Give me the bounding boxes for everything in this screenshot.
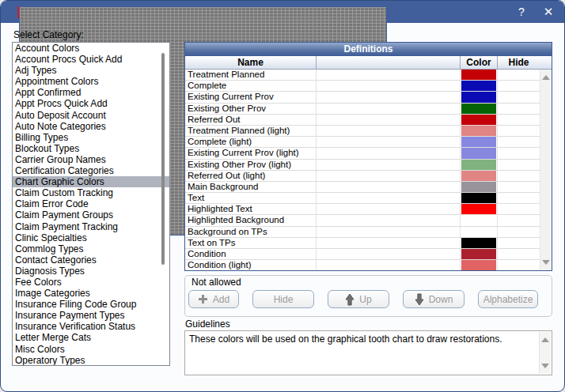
definitions-window: Definitions ? ✕ Select Category: Account…	[0, 0, 565, 392]
color-swatch[interactable]	[461, 81, 498, 91]
definition-row[interactable]: Existing Other Prov	[185, 104, 540, 115]
add-button[interactable]: Add	[188, 290, 239, 308]
guidelines-scrollbar[interactable]	[539, 332, 551, 374]
definition-row[interactable]: Background on TPs	[185, 227, 540, 238]
down-button[interactable]: Down	[403, 290, 465, 308]
category-item[interactable]: Contact Categories	[13, 254, 169, 266]
color-swatch[interactable]	[461, 148, 498, 158]
definition-row[interactable]: Treatment Planned (light)	[185, 126, 540, 137]
category-item[interactable]: Claim Custom Tracking	[13, 187, 169, 198]
category-item[interactable]: Appt Confirmed	[13, 87, 169, 98]
category-item[interactable]: Diagnosis Types	[13, 266, 169, 277]
category-item[interactable]: Appointment Colors	[13, 76, 169, 87]
hide-cell	[498, 238, 540, 248]
close-button[interactable]: ✕	[536, 1, 561, 23]
color-swatch[interactable]	[461, 126, 498, 136]
color-swatch[interactable]	[461, 193, 498, 203]
definition-value-cell	[317, 115, 461, 125]
category-item[interactable]: Blockout Types	[13, 143, 169, 154]
color-swatch[interactable]	[461, 182, 498, 192]
category-item[interactable]: Carrier Group Names	[13, 154, 169, 165]
category-item[interactable]: Claim Payment Tracking	[13, 221, 169, 232]
category-item[interactable]: Insurance Verification Status	[13, 321, 169, 332]
column-header-name: Name	[185, 56, 317, 69]
category-item[interactable]: Claim Error Code	[13, 198, 169, 209]
color-swatch[interactable]	[461, 137, 498, 147]
definition-row[interactable]: Existing Current Prov (light)	[185, 148, 540, 159]
definition-row[interactable]: Highlighted Text	[185, 204, 540, 215]
definition-row[interactable]: Complete (light)	[185, 137, 540, 148]
hide-button[interactable]: Hide	[252, 290, 314, 308]
definition-row[interactable]: Existing Other Prov (light)	[185, 160, 540, 171]
grid-scrollbar[interactable]	[540, 70, 552, 270]
category-listbox[interactable]: Account ColorsAccount Procs Quick AddAdj…	[12, 42, 170, 366]
category-item[interactable]: Commlog Types	[13, 243, 169, 254]
scroll-down-icon[interactable]	[542, 260, 550, 265]
color-swatch[interactable]	[461, 160, 498, 170]
category-item[interactable]: Insurance Payment Types	[13, 310, 169, 321]
definition-row[interactable]: Treatment Planned	[185, 70, 540, 81]
color-swatch[interactable]	[461, 115, 498, 125]
button-label: Up	[359, 294, 371, 305]
definition-row[interactable]: Text	[185, 193, 540, 204]
category-item[interactable]: Claim Payment Groups	[13, 209, 169, 220]
category-item[interactable]: Auto Deposit Account	[13, 110, 169, 121]
category-item[interactable]: Auto Note Categories	[13, 121, 169, 132]
category-item[interactable]: Certification Categories	[13, 165, 169, 176]
category-item[interactable]: Insurance Filing Code Group	[13, 299, 169, 310]
color-swatch[interactable]	[461, 260, 498, 270]
column-header-value	[317, 56, 461, 69]
up-button[interactable]: Up	[328, 290, 389, 308]
category-item[interactable]: Operatory Types	[13, 355, 169, 366]
color-swatch[interactable]	[461, 238, 498, 248]
category-item[interactable]: Clinic Specialties	[13, 232, 169, 243]
category-item[interactable]: Fee Colors	[13, 277, 169, 288]
definition-row[interactable]: Referred Out (light)	[185, 171, 540, 182]
definition-row[interactable]: Condition (light)	[185, 260, 540, 270]
definition-row[interactable]: Highlighted Background	[185, 215, 540, 226]
hide-cell	[498, 171, 540, 181]
category-item[interactable]: Chart Graphic Colors	[13, 176, 169, 187]
color-swatch[interactable]	[461, 227, 498, 237]
scroll-up-icon[interactable]	[542, 75, 550, 80]
definition-row[interactable]: Condition	[185, 249, 540, 260]
category-item[interactable]: Account Procs Quick Add	[13, 54, 169, 65]
color-swatch[interactable]	[461, 204, 498, 214]
color-swatch[interactable]	[461, 104, 498, 114]
hide-cell	[498, 182, 540, 192]
definition-value-cell	[317, 204, 461, 214]
category-item[interactable]: Adj Types	[13, 65, 169, 76]
definition-name: Text on TPs	[185, 238, 317, 248]
category-item[interactable]: Letter Merge Cats	[13, 332, 169, 343]
grid-title: Definitions	[185, 43, 552, 56]
definition-row[interactable]: Main Background	[185, 182, 540, 193]
definition-value-cell	[317, 148, 461, 158]
alphabetize-button[interactable]: Alphabetize	[478, 290, 538, 308]
color-swatch[interactable]	[461, 249, 498, 259]
action-buttons: AddHideUpDownAlphabetize	[188, 290, 538, 308]
definition-name: Text	[185, 193, 317, 203]
guidelines-box[interactable]: These colors will be used on the graphic…	[184, 330, 552, 375]
hide-cell	[498, 137, 540, 147]
definition-value-cell	[317, 92, 461, 102]
color-swatch[interactable]	[461, 92, 498, 102]
category-item[interactable]: Image Categories	[13, 288, 169, 299]
scroll-down-icon[interactable]	[541, 364, 549, 368]
color-swatch[interactable]	[461, 215, 498, 225]
definition-row[interactable]: Complete	[185, 81, 540, 92]
definition-rows: Treatment PlannedCompleteExisting Curren…	[185, 70, 540, 270]
category-item[interactable]: Appt Procs Quick Add	[13, 98, 169, 109]
scroll-up-icon[interactable]	[541, 337, 549, 342]
category-item[interactable]: Misc Colors	[13, 344, 169, 355]
color-swatch[interactable]	[461, 70, 498, 80]
category-item[interactable]: Account Colors	[13, 43, 169, 54]
category-item[interactable]: Billing Types	[13, 132, 169, 143]
definition-row[interactable]: Text on TPs	[185, 238, 540, 249]
definition-row[interactable]: Referred Out	[185, 115, 540, 126]
help-button[interactable]: ?	[509, 1, 534, 23]
hide-cell	[498, 148, 540, 158]
color-swatch[interactable]	[461, 171, 498, 181]
definition-row[interactable]: Existing Current Prov	[185, 92, 540, 103]
category-scrollbar-thumb[interactable]	[161, 53, 165, 265]
hide-cell	[498, 126, 540, 136]
